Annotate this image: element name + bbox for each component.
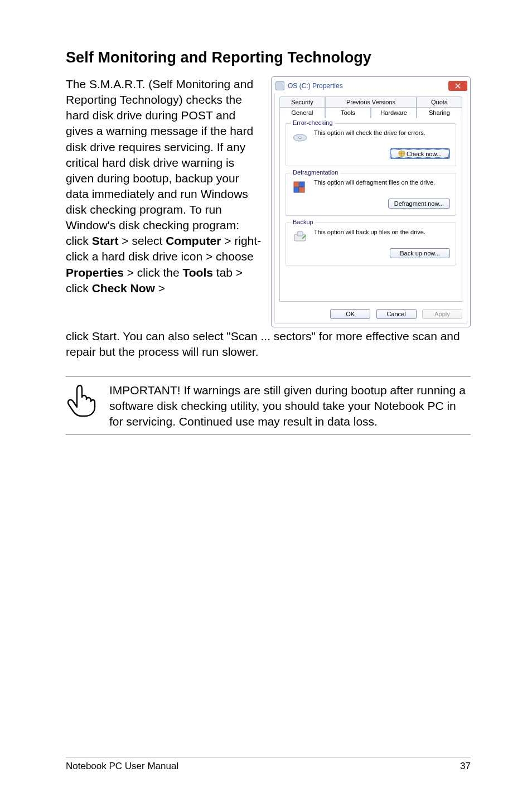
tab-general[interactable]: General bbox=[279, 107, 325, 118]
svg-rect-7 bbox=[297, 231, 303, 236]
shield-icon bbox=[398, 150, 405, 157]
drive-icon bbox=[275, 81, 284, 90]
body-text: The S.M.A.R.T. (Self Monitoring and Repo… bbox=[66, 76, 263, 296]
group-error-checking: Error-checking This option will check th… bbox=[286, 123, 456, 166]
footer-page-number: 37 bbox=[460, 761, 471, 772]
group-text: This option will defragment files on the… bbox=[314, 179, 450, 186]
group-title: Backup bbox=[291, 219, 316, 225]
svg-rect-4 bbox=[294, 187, 299, 192]
tab-security[interactable]: Security bbox=[279, 96, 325, 108]
properties-dialog: OS (C:) Properties Security Previous Ver… bbox=[271, 76, 471, 327]
close-icon[interactable] bbox=[448, 81, 467, 91]
tab-hardware[interactable]: Hardware bbox=[371, 107, 417, 118]
tab-quota[interactable]: Quota bbox=[417, 96, 462, 108]
group-text: This option will check the drive for err… bbox=[314, 129, 450, 136]
check-now-label: Check now... bbox=[407, 151, 442, 157]
note-text: IMPORTANT! If warnings are still given d… bbox=[109, 383, 470, 429]
section-heading: Self Monitoring and Reporting Technology bbox=[66, 49, 471, 66]
apply-button: Apply bbox=[422, 309, 462, 319]
body-text-continued: click Start. You can also select "Scan .… bbox=[66, 328, 471, 360]
tab-previous-versions[interactable]: Previous Versions bbox=[325, 96, 417, 108]
group-text: This option will back up files on the dr… bbox=[314, 229, 450, 235]
dialog-titlebar: OS (C:) Properties bbox=[274, 80, 467, 93]
tab-tools[interactable]: Tools bbox=[325, 107, 371, 118]
ok-button[interactable]: OK bbox=[330, 309, 370, 319]
important-note: IMPORTANT! If warnings are still given d… bbox=[66, 376, 471, 435]
footer-left: Notebook PC User Manual bbox=[66, 761, 178, 772]
check-now-button[interactable]: Check now... bbox=[390, 148, 450, 159]
page-footer: Notebook PC User Manual 37 bbox=[66, 757, 471, 772]
svg-rect-2 bbox=[294, 182, 299, 187]
tab-panel-tools: Error-checking This option will check th… bbox=[279, 118, 462, 302]
dialog-footer-buttons: OK Cancel Apply bbox=[279, 308, 462, 319]
tabs-back-row: Security Previous Versions Quota bbox=[279, 96, 462, 108]
hand-icon bbox=[66, 383, 97, 429]
tab-sharing[interactable]: Sharing bbox=[417, 107, 462, 118]
defragment-now-button[interactable]: Defragment now... bbox=[388, 199, 450, 209]
tabs-front-row: General Tools Hardware Sharing bbox=[279, 107, 462, 118]
disk-check-icon bbox=[292, 129, 308, 146]
svg-rect-3 bbox=[299, 182, 304, 187]
defrag-icon bbox=[292, 179, 308, 196]
group-backup: Backup This option will back up files on… bbox=[286, 223, 456, 265]
backup-icon bbox=[292, 229, 308, 245]
group-defragmentation: Defragmentation This option will defragm… bbox=[286, 173, 456, 216]
cancel-button[interactable]: Cancel bbox=[376, 309, 417, 319]
back-up-now-button[interactable]: Back up now... bbox=[390, 248, 450, 258]
group-title: Error-checking bbox=[291, 119, 335, 126]
dialog-title: OS (C:) Properties bbox=[288, 82, 448, 90]
group-title: Defragmentation bbox=[291, 169, 340, 176]
svg-point-1 bbox=[298, 137, 302, 138]
svg-rect-5 bbox=[299, 187, 304, 192]
